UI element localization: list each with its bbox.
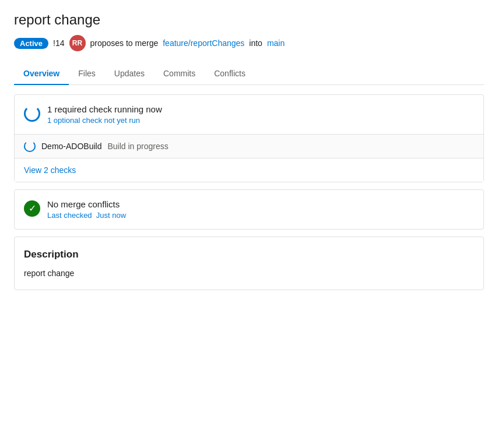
avatar: RR (69, 35, 86, 51)
meta-row: Active !14 RR proposes to merge feature/… (14, 35, 484, 51)
last-checked-value: Just now (96, 211, 126, 220)
build-name: Demo-ADOBuild (41, 142, 101, 151)
conflicts-section: ✓ No merge conflicts Last checked Just n… (15, 190, 483, 229)
source-branch-link[interactable]: feature/reportChanges (163, 38, 244, 48)
tab-overview[interactable]: Overview (14, 63, 69, 85)
description-heading: Description (24, 249, 474, 260)
into-text: into (249, 38, 262, 48)
tab-conflicts[interactable]: Conflicts (205, 63, 255, 85)
success-icon: ✓ (24, 200, 40, 217)
checks-info: 1 required check running now 1 optional … (47, 104, 162, 125)
tab-commits[interactable]: Commits (154, 63, 205, 85)
checks-subtitle: 1 optional check not yet run (47, 116, 162, 125)
content-area: 1 required check running now 1 optional … (14, 85, 484, 299)
proposes-text: proposes to merge (90, 38, 159, 48)
build-status: Build in progress (107, 142, 168, 151)
page-title: report change (14, 12, 484, 28)
last-checked-label: Last checked (47, 211, 92, 220)
tab-updates[interactable]: Updates (105, 63, 154, 85)
view-checks-link[interactable]: View 2 checks (24, 165, 76, 175)
description-text: report change (24, 269, 474, 278)
check-running-icon (24, 105, 40, 122)
build-running-icon (24, 140, 36, 152)
pr-number: !14 (53, 38, 64, 48)
conflicts-title: No merge conflicts (47, 199, 126, 209)
page-wrapper: report change Active !14 RR proposes to … (0, 0, 498, 448)
conflicts-subtitle: Last checked Just now (47, 211, 126, 220)
conflicts-card: ✓ No merge conflicts Last checked Just n… (14, 189, 484, 230)
build-check-row: Demo-ADOBuild Build in progress (15, 134, 483, 158)
status-badge: Active (14, 38, 48, 49)
view-checks-row: View 2 checks (15, 158, 483, 182)
description-card: Description report change (14, 237, 484, 290)
tab-files[interactable]: Files (69, 63, 105, 85)
checkmark-icon: ✓ (29, 204, 36, 213)
checks-card: 1 required check running now 1 optional … (14, 94, 484, 182)
checks-title: 1 required check running now (47, 104, 162, 114)
checks-header: 1 required check running now 1 optional … (15, 95, 483, 134)
conflicts-info: No merge conflicts Last checked Just now (47, 199, 126, 220)
target-branch-link[interactable]: main (267, 38, 285, 48)
tabs-bar: Overview Files Updates Commits Conflicts (14, 63, 484, 85)
